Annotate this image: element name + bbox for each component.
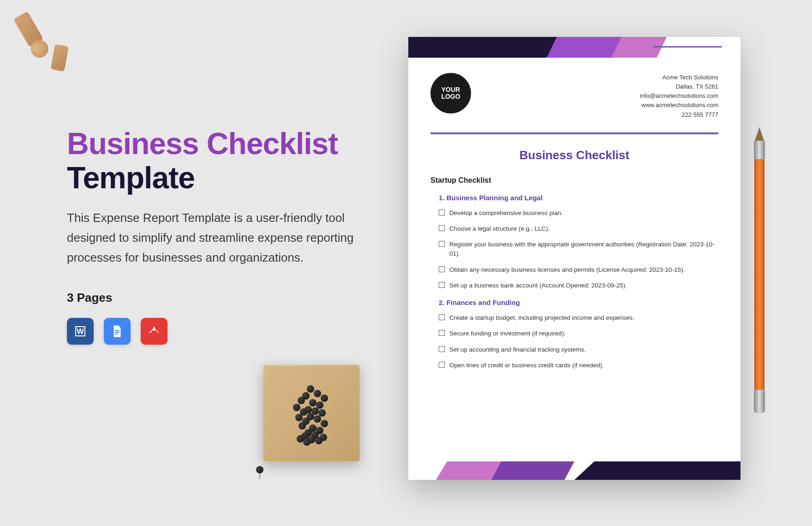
pages-label: 3 Pages: [67, 291, 381, 305]
doc-body: Startup Checklist 1. Business Planning a…: [408, 176, 740, 371]
hero-title-line1: Business Checklist: [67, 127, 381, 161]
checklist-item: Open lines of credit or business credit …: [439, 361, 718, 370]
subsection-heading: 1. Business Planning and Legal: [439, 194, 718, 202]
checkbox-icon: [439, 346, 445, 352]
checkbox-icon: [439, 362, 445, 368]
svg-rect-1: [115, 330, 119, 331]
checklist-item-text: Choose a legal structure (e.g., LLC).: [449, 224, 550, 233]
logo-placeholder: YOUR LOGO: [430, 73, 471, 114]
checklist-item: Choose a legal structure (e.g., LLC).: [439, 224, 718, 233]
company-website: www.acmetechsolutions.com: [640, 101, 718, 110]
gdocs-icon: [104, 318, 131, 345]
checkbox-icon: [439, 225, 445, 231]
logo-text-line2: LOGO: [441, 93, 460, 100]
checklist-item: Secure funding or investment (if require…: [439, 329, 718, 338]
section-title: Startup Checklist: [430, 176, 718, 185]
doc-footer-decoration: [408, 460, 740, 480]
checklist-item: Set up accounting and financial tracking…: [439, 345, 718, 354]
pen-decoration: [753, 127, 766, 418]
svg-rect-3: [115, 334, 118, 335]
doc-title: Business Checklist: [408, 148, 740, 162]
hero-title-line2: Template: [67, 161, 381, 196]
checklist-item: Create a startup budget, including proje…: [439, 313, 718, 323]
company-address: Dallas, TX 5261: [640, 82, 718, 91]
checklist-item-text: Create a startup budget, including proje…: [449, 313, 634, 323]
checkbox-icon: [439, 282, 445, 288]
company-email: info@acmetechsolutions.com: [640, 91, 718, 101]
checklist-item-text: Open lines of credit or business credit …: [449, 361, 604, 370]
subsection-heading: 2. Finances and Funding: [439, 299, 718, 306]
mannequin-decoration: [0, 0, 100, 96]
checkbox-icon: [439, 241, 445, 247]
svg-text:W: W: [77, 327, 84, 335]
stray-pushpin: [256, 466, 263, 473]
company-info: Acme Tech Solutions Dallas, TX 5261 info…: [640, 73, 718, 120]
pushpin-block: [263, 365, 360, 461]
checklist-item: Develop a comprehensive business plan.: [439, 209, 718, 218]
checklist-item: Set up a business bank account (Account …: [439, 281, 718, 290]
checklist-item-text: Register your business with the appropri…: [449, 240, 718, 259]
logo-text-line1: YOUR: [442, 86, 460, 93]
checkbox-icon: [439, 314, 445, 320]
checklist-item-text: Secure funding or investment (if require…: [449, 329, 566, 338]
checkbox-icon: [439, 209, 445, 215]
checkbox-icon: [439, 330, 445, 336]
hero-description: This Expense Report Template is a user-f…: [67, 208, 362, 268]
word-icon: W: [67, 318, 94, 345]
svg-rect-2: [115, 332, 119, 333]
checklist-item-text: Set up accounting and financial tracking…: [449, 345, 586, 354]
checklist-item: Register your business with the appropri…: [439, 240, 718, 259]
checkbox-icon: [439, 266, 445, 272]
doc-header-decoration: [408, 37, 740, 60]
company-name: Acme Tech Solutions: [640, 73, 718, 82]
checklist-item-text: Develop a comprehensive business plan.: [449, 209, 563, 218]
document-preview: YOUR LOGO Acme Tech Solutions Dallas, TX…: [408, 37, 740, 480]
company-phone: 222 555 7777: [640, 110, 718, 120]
checklist-item-text: Obtain any necessary business licenses a…: [449, 265, 685, 275]
doc-divider: [430, 132, 718, 134]
checklist-item: Obtain any necessary business licenses a…: [439, 265, 718, 275]
pdf-icon: [141, 318, 167, 345]
hero-panel: Business Checklist Template This Expense…: [67, 127, 381, 345]
checklist-item-text: Set up a business bank account (Account …: [449, 281, 627, 290]
file-format-icons: W: [67, 318, 381, 345]
